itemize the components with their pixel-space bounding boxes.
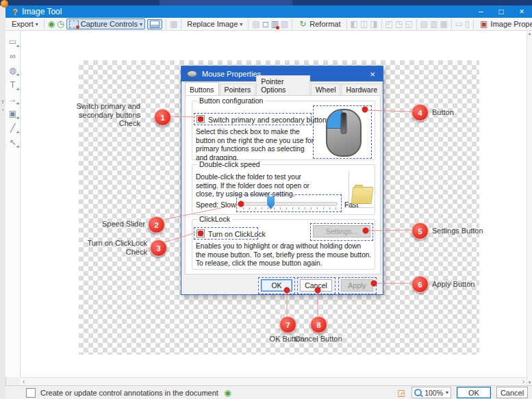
tab-hardware[interactable]: Hardware <box>341 83 382 95</box>
callout-balloon-8[interactable]: 8 <box>310 316 327 333</box>
magnifier-icon <box>414 389 422 396</box>
minimize-button[interactable]: – <box>470 5 491 18</box>
spacing-v-icon[interactable]: ▯ <box>465 19 470 29</box>
text-icon[interactable]: T <box>8 79 18 90</box>
maximize-button[interactable]: □ <box>491 5 511 18</box>
replace-image-button[interactable]: Replace Image ▾ <box>185 19 244 29</box>
callout-balloon-6[interactable]: 6 <box>411 276 429 293</box>
align-top-icon[interactable]: ◰ <box>385 19 393 29</box>
chevron-down-icon: ▾ <box>140 21 142 27</box>
toolbar-separator <box>346 19 347 29</box>
toolbar-separator <box>416 19 417 29</box>
image-properties-icon: ▣ <box>479 19 489 29</box>
folder-icon[interactable] <box>351 187 374 204</box>
chevron-down-icon: ▾ <box>36 21 38 27</box>
close-button[interactable]: × <box>511 5 532 18</box>
dialog-close-icon[interactable]: × <box>362 66 383 81</box>
scroll-left-icon[interactable]: ‹ <box>23 378 25 385</box>
image-icon[interactable]: ▨ <box>281 19 288 29</box>
statusbar-cancel-button[interactable]: Cancel <box>496 387 528 398</box>
fit-to-window-icon[interactable]: ◲ <box>396 388 406 398</box>
same-height-icon[interactable]: ▥ <box>430 19 438 29</box>
same-width-icon[interactable]: ▤ <box>420 19 428 29</box>
cancel-button[interactable]: Cancel <box>300 279 332 292</box>
align-center-icon[interactable]: ◫ <box>360 19 368 29</box>
callout-balloon-4[interactable]: 4 <box>411 104 429 121</box>
collapsed-panel-tab[interactable]: T <box>0 99 5 105</box>
capture-single-button[interactable] <box>147 19 162 29</box>
callout-balloon-2[interactable]: 2 <box>148 216 165 233</box>
main-toolbar: Export ▾ ◉ ◷ Capture Controls ▾ ▦ Replac… <box>5 18 532 31</box>
callout-label-3: Turn on ClickLock Check <box>84 239 147 256</box>
refresh-icon: ↻ <box>298 19 307 29</box>
statusbar-ok-button[interactable]: OK <box>457 387 491 398</box>
arrow-shape-icon[interactable]: → <box>8 94 18 105</box>
clicklock-group: ClickLock Turn on ClickLock Settings... … <box>192 219 375 270</box>
background-app-icon <box>1 0 8 8</box>
copy-icon[interactable]: ▤ <box>252 19 259 29</box>
toolbar-separator <box>181 19 181 29</box>
callout-icon[interactable]: ◍ <box>8 65 18 76</box>
export-button[interactable]: Export ▾ <box>10 19 40 29</box>
vertical-scrollbar[interactable]: ▴ ▾ <box>527 31 532 385</box>
switch-buttons-checkbox[interactable] <box>197 115 205 123</box>
dialog-title: Mouse Properties <box>202 70 261 78</box>
line-icon[interactable]: ╱ <box>8 123 18 133</box>
apply-button[interactable]: Apply <box>341 279 373 292</box>
speed-slider-track[interactable] <box>243 202 338 206</box>
image-properties-label: Image Properties <box>491 20 532 28</box>
background-window-strip <box>0 0 532 5</box>
toolbar-separator <box>473 19 474 29</box>
tab-pointer-options[interactable]: Pointer Options <box>256 75 310 95</box>
zoom-control[interactable]: 100% ▾ <box>411 387 451 398</box>
webcam-icon[interactable]: ◉ <box>48 19 55 29</box>
toolbar-separator <box>381 19 382 29</box>
create-annotations-checkbox[interactable] <box>26 388 36 398</box>
status-bar: Create or update control annotations in … <box>5 385 532 399</box>
align-right-icon[interactable]: ◨ <box>370 19 377 29</box>
group-label: ClickLock <box>197 215 232 223</box>
stamp-icon[interactable]: ▦ <box>170 19 177 29</box>
annotation-icon: ◉ <box>223 388 232 398</box>
capture-region-icon <box>69 21 79 28</box>
align-bottom-icon[interactable]: ◱ <box>405 19 412 29</box>
clicklock-description: Enables you to highlight or drag without… <box>196 242 372 268</box>
scroll-up-icon[interactable]: ▴ <box>529 31 531 36</box>
callout-balloon-7[interactable]: 7 <box>279 316 296 333</box>
same-size-icon[interactable]: ▦ <box>440 19 447 29</box>
pointer-icon[interactable]: ↖ <box>8 137 18 148</box>
history-icon[interactable]: ◷ <box>57 19 64 29</box>
scroll-down-icon[interactable]: ▾ <box>529 380 531 385</box>
link-icon[interactable]: ∞ <box>8 51 18 62</box>
image-properties-button[interactable]: ▣ Image Properties <box>477 18 532 29</box>
align-middle-icon[interactable]: ◳ <box>395 19 403 29</box>
tab-wheel[interactable]: Wheel <box>311 83 341 95</box>
callout-label-6: Apply Button <box>432 280 474 289</box>
marquee-icon[interactable]: ◻ <box>262 19 269 29</box>
settings-button[interactable]: Settings... <box>313 225 370 237</box>
callout-label-1: Switch primary and secondary buttons Che… <box>72 102 140 128</box>
mouse-icon <box>187 70 197 77</box>
draw-region-icon[interactable]: ▭ <box>8 36 18 47</box>
align-left-icon[interactable]: ◧ <box>351 19 358 29</box>
tab-pointers[interactable]: Pointers <box>220 83 256 95</box>
callout-balloon-3[interactable]: 3 <box>150 240 167 257</box>
create-annotations-label: Create or update control annotations in … <box>40 389 218 397</box>
callout-balloon-5[interactable]: 5 <box>411 222 429 240</box>
paste-icon[interactable]: ▥ <box>271 19 279 29</box>
scroll-right-icon[interactable]: › <box>522 378 524 385</box>
collapsed-panel-arrow-icon[interactable]: › <box>0 107 5 113</box>
toolbar-separator <box>292 19 292 29</box>
spacing-h-icon[interactable]: ▭ <box>455 19 463 29</box>
tab-buttons[interactable]: Buttons <box>185 82 219 95</box>
toolbar-separator <box>451 19 452 29</box>
callout-balloon-1[interactable]: 1 <box>154 109 171 126</box>
clicklock-checkbox[interactable] <box>197 229 205 237</box>
capture-controls-button[interactable]: Capture Controls ▾ <box>66 18 145 29</box>
group-icon[interactable]: ▣ <box>8 108 18 119</box>
horizontal-scrollbar[interactable]: ‹ › <box>21 377 527 385</box>
ok-button[interactable]: OK <box>261 279 292 292</box>
screen: T › ? Image Tool – □ × Export ▾ ◉ ◷ Capt… <box>0 0 532 399</box>
folder-test-area <box>349 172 374 208</box>
reformat-button[interactable]: ↻ Reformat <box>296 18 342 29</box>
